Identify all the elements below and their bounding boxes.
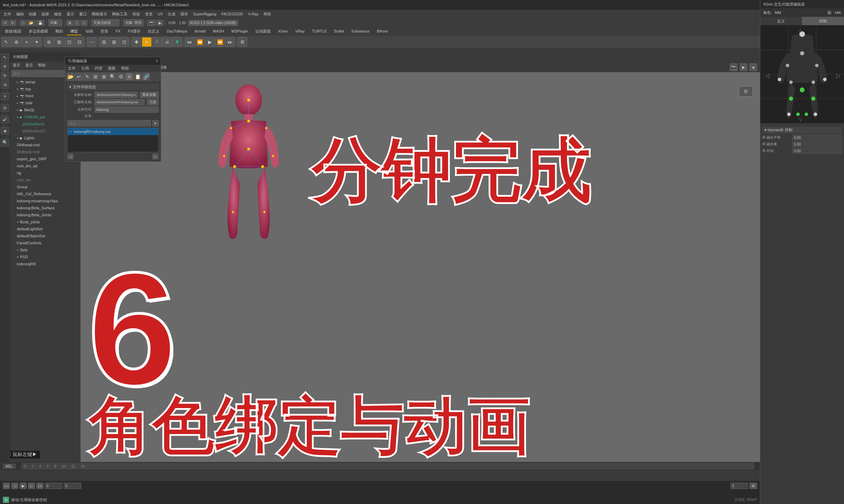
view-front-btn[interactable]: 前 xyxy=(739,86,753,97)
menu-vray[interactable]: V-Ray xyxy=(246,11,261,17)
rig-btn3[interactable]: A xyxy=(152,37,162,47)
tab-msplugin[interactable]: MSPlugin xyxy=(228,28,251,35)
playback-start[interactable]: ⏮ xyxy=(185,37,194,47)
ref-section-header[interactable]: ▾ 文件详细信息 xyxy=(67,84,159,90)
tab-custom[interactable]: 自定义 xyxy=(144,28,163,35)
resolved-input[interactable] xyxy=(95,99,145,105)
tab-xgen[interactable]: XGen xyxy=(275,28,291,35)
ref-menu-help[interactable]: 帮助 xyxy=(120,66,130,71)
tab-turtle[interactable]: TURTLE xyxy=(309,28,331,35)
ref-close-btn[interactable]: × xyxy=(156,59,158,63)
outliner-defaultlightset[interactable]: defaultLightSet xyxy=(10,225,81,232)
tl-play[interactable]: ▶ xyxy=(20,483,27,489)
outliner-menu-help[interactable]: 帮助 xyxy=(36,63,47,68)
hik-section-title[interactable]: ▾ HumanIK 控制 xyxy=(762,127,842,133)
snap-point[interactable]: ◇ xyxy=(81,20,88,26)
ref-search-icon[interactable]: ▾ xyxy=(152,120,159,126)
anim-curves[interactable]: 无激活曲面 xyxy=(91,19,119,26)
weight-tool[interactable]: ⊟ xyxy=(75,37,84,47)
tl-current-frame[interactable] xyxy=(45,483,62,489)
outliner-menu-show[interactable]: 显示 xyxy=(24,63,34,68)
reload-btn[interactable]: 重新加载 xyxy=(140,92,159,98)
settings-btn[interactable]: ⚙ xyxy=(237,37,247,47)
soft-select[interactable]: ◎ xyxy=(1,104,9,112)
tab-vray[interactable]: VRay xyxy=(292,28,308,35)
timeline-body[interactable] xyxy=(0,470,760,481)
playback-next[interactable]: ⏩ xyxy=(215,37,225,47)
select-vbtn[interactable]: ↖ xyxy=(1,53,9,62)
tab-fx[interactable]: FX xyxy=(112,28,124,35)
ref-tool-8[interactable]: ≡ xyxy=(125,73,133,80)
menu-facegood[interactable]: FACEGOOD xyxy=(219,11,245,17)
xray-vbtn[interactable]: ◈ xyxy=(1,127,9,135)
tab-polygon[interactable]: 多边形建模 xyxy=(25,28,51,35)
ref-search-input[interactable] xyxy=(67,120,151,126)
outliner-root-drv[interactable]: root_drv xyxy=(10,176,81,183)
vp-iso-icon[interactable]: ◈ xyxy=(749,63,757,71)
outliner-body-joints[interactable]: ▾ Body_joints xyxy=(10,218,81,225)
tab-daztomaya[interactable]: DazToMaya xyxy=(163,28,191,35)
ref-scroll-right[interactable]: ▷ xyxy=(152,154,159,159)
outliner-root-drv-ad[interactable]: root_drv_ad xyxy=(10,162,81,169)
xgen-btn3[interactable]: ⊡ xyxy=(119,37,129,47)
new-btn[interactable]: □ xyxy=(20,20,26,26)
menu-window[interactable]: 窗口 xyxy=(77,11,89,18)
hik-blend2-input[interactable] xyxy=(793,141,842,147)
hik-tab-define[interactable]: 定义 xyxy=(760,17,802,25)
rig-btn1[interactable]: ✚ xyxy=(132,37,141,47)
outliner-psd[interactable]: ▾ PSD xyxy=(10,253,81,260)
ref-tool-5[interactable]: ⊠ xyxy=(100,73,108,80)
lasso-select[interactable]: ⌖ xyxy=(22,37,32,47)
xgen-btn1[interactable]: ⊞ xyxy=(99,37,109,47)
render-btn[interactable]: ▶ xyxy=(157,20,164,26)
menu-deform[interactable]: 变形 xyxy=(143,11,155,18)
menu-generate[interactable]: 生成 xyxy=(166,11,178,18)
tab-substance[interactable]: Substance xyxy=(348,28,373,35)
outliner-group[interactable]: Group xyxy=(10,183,81,190)
tab-deform[interactable]: 变形 xyxy=(97,28,112,35)
ref-tool-1[interactable]: 📂 xyxy=(67,73,74,80)
menu-display[interactable]: 显示 xyxy=(64,11,76,18)
lasso-vbtn[interactable]: ⌖ xyxy=(1,92,9,100)
outliner-rig[interactable]: rig xyxy=(10,169,81,176)
target-label[interactable]: 对象 xyxy=(48,19,62,26)
tl-next-key[interactable]: ▷| xyxy=(36,483,43,489)
tl-next[interactable]: ▷ xyxy=(28,483,35,489)
redo-btn[interactable]: ↻ xyxy=(9,20,16,26)
rig-btn5[interactable]: ✝ xyxy=(172,37,182,47)
search-vbtn[interactable]: 🔍 xyxy=(1,138,9,147)
outliner-beta-surface[interactable]: lvdoong:Beta_Surface xyxy=(10,204,81,211)
transform-tool[interactable]: ✦ xyxy=(32,37,42,47)
tl-start-frame[interactable] xyxy=(64,483,81,489)
ref-tool-3[interactable]: ✎ xyxy=(83,73,91,80)
menu-uv[interactable]: UV xyxy=(155,11,165,17)
tab-anim[interactable]: 动画 xyxy=(82,28,97,35)
ref-tool-10[interactable]: 🔗 xyxy=(142,73,150,80)
viewport-3d[interactable]: 前 xyxy=(81,72,760,462)
outliner-facialcontrols[interactable]: FacialControls xyxy=(10,239,81,246)
ref-menu-proxy[interactable]: 代理 xyxy=(93,66,104,71)
menu-skeleton[interactable]: 骨架 xyxy=(130,11,142,18)
joint-tool[interactable]: ⊛ xyxy=(44,37,54,47)
menu-mesh-tools[interactable]: 网格工具 xyxy=(110,11,130,18)
tab-bifrost[interactable]: Bifrost xyxy=(373,28,391,35)
ref-tool-9[interactable]: 📋 xyxy=(134,73,141,80)
playback-play[interactable]: ▶ xyxy=(205,37,215,47)
rig-btn2[interactable]: ✦ xyxy=(142,37,152,47)
outliner-hik-ctrl[interactable]: HIK_Ctrl_Reference xyxy=(10,190,81,197)
select-tool[interactable]: ↖ xyxy=(1,37,11,47)
ref-tool-2[interactable]: ↩ xyxy=(75,73,83,80)
menu-help[interactable]: 帮助 xyxy=(261,11,273,18)
open-btn[interactable]: 📂 xyxy=(27,20,35,26)
vp-cam-icon[interactable]: 📷 xyxy=(730,63,738,71)
scale-vbtn[interactable]: ⇲ xyxy=(1,80,9,89)
menu-file[interactable]: 文件 xyxy=(1,11,13,18)
rotate-vbtn[interactable]: ↻ xyxy=(1,71,9,80)
menu-modify[interactable]: 修改 xyxy=(52,11,64,18)
ref-menu-file[interactable]: 文件 xyxy=(67,66,77,71)
rig-btn4[interactable]: ☠ xyxy=(162,37,172,47)
tab-curves[interactable]: 曲线/曲面 xyxy=(1,28,25,35)
ref-menu-reference[interactable]: 引用 xyxy=(80,66,90,71)
playback-end[interactable]: ⏭ xyxy=(225,37,235,47)
outliner-menu-display[interactable]: 显示 xyxy=(11,63,22,68)
